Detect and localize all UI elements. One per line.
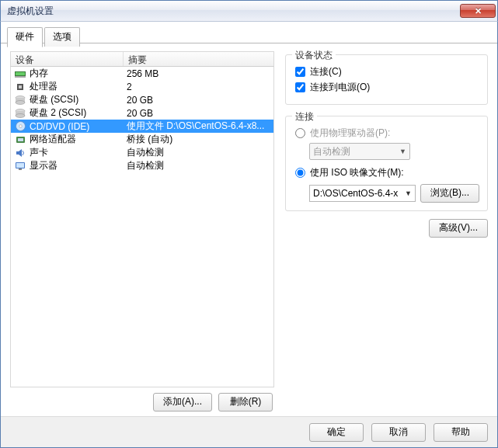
svg-point-12 bbox=[19, 125, 22, 128]
svg-rect-16 bbox=[16, 163, 24, 168]
group-title-status: 设备状态 bbox=[292, 49, 336, 62]
advanced-button[interactable]: 高级(V)... bbox=[429, 219, 488, 238]
help-button[interactable]: 帮助 bbox=[434, 423, 488, 442]
advanced-row: 高级(V)... bbox=[285, 219, 488, 238]
device-name: 声卡 bbox=[30, 146, 124, 159]
browse-button[interactable]: 浏览(B)... bbox=[420, 184, 479, 203]
display-icon bbox=[14, 161, 26, 172]
checkbox-connected-input[interactable] bbox=[295, 67, 305, 77]
tab-hardware[interactable]: 硬件 bbox=[7, 27, 43, 47]
device-name: 网络适配器 bbox=[30, 133, 124, 146]
device-row[interactable]: 硬盘 (SCSI)20 GB bbox=[11, 93, 273, 106]
group-connection: 连接 使用物理驱动器(P): 自动检测 ▼ 使用 ISO 映像文件(M): bbox=[285, 116, 488, 211]
device-name: 硬盘 (SCSI) bbox=[30, 93, 124, 106]
radio-use-physical[interactable]: 使用物理驱动器(P): bbox=[295, 127, 479, 140]
disk-icon bbox=[14, 95, 26, 106]
titlebar: 虚拟机设置 ✕ bbox=[0, 0, 498, 22]
ok-button[interactable]: 确定 bbox=[309, 423, 364, 442]
device-summary: 20 GB bbox=[124, 108, 270, 119]
settings-panel: 设备状态 连接(C) 连接到电源(O) 连接 使用物理驱动器(P): bbox=[285, 51, 488, 412]
column-device[interactable]: 设备 bbox=[11, 52, 124, 66]
combo-physical-drive: 自动检测 ▼ bbox=[309, 143, 410, 160]
device-buttons: 添加(A)... 删除(R) bbox=[10, 387, 274, 412]
dialog-body: 硬件 选项 设备 摘要 内存256 MB处理器2硬盘 (SCSI)20 GB硬盘… bbox=[0, 22, 498, 448]
memory-icon bbox=[14, 68, 26, 79]
device-summary: 256 MB bbox=[124, 68, 270, 79]
chevron-down-icon[interactable]: ▼ bbox=[405, 189, 412, 197]
svg-rect-1 bbox=[16, 72, 25, 75]
radio-use-iso[interactable]: 使用 ISO 映像文件(M): bbox=[295, 166, 479, 179]
tab-options[interactable]: 选项 bbox=[44, 27, 80, 47]
checkbox-connected[interactable]: 连接(C) bbox=[295, 65, 479, 78]
cpu-icon bbox=[14, 82, 26, 92]
device-row[interactable]: 声卡自动检测 bbox=[11, 146, 273, 159]
column-summary[interactable]: 摘要 bbox=[124, 52, 273, 66]
device-name: CD/DVD (IDE) bbox=[30, 121, 124, 132]
svg-point-10 bbox=[16, 113, 25, 117]
device-panel: 设备 摘要 内存256 MB处理器2硬盘 (SCSI)20 GB硬盘 2 (SC… bbox=[10, 51, 274, 412]
device-row[interactable]: 处理器2 bbox=[11, 80, 273, 93]
device-row[interactable]: CD/DVD (IDE)使用文件 D:\OS\CentOS-6.4-x8... bbox=[11, 120, 273, 133]
list-header: 设备 摘要 bbox=[10, 51, 274, 67]
svg-rect-17 bbox=[19, 168, 22, 170]
iso-path-field[interactable]: D:\OS\CentOS-6.4-x ▼ bbox=[309, 185, 416, 202]
iso-row: D:\OS\CentOS-6.4-x ▼ 浏览(B)... bbox=[309, 184, 479, 203]
group-title-connection: 连接 bbox=[292, 110, 317, 123]
cancel-button[interactable]: 取消 bbox=[371, 423, 426, 442]
radio-use-iso-input[interactable] bbox=[295, 168, 305, 178]
device-row[interactable]: 内存256 MB bbox=[11, 67, 273, 80]
radio-use-physical-input[interactable] bbox=[295, 128, 305, 138]
device-list[interactable]: 内存256 MB处理器2硬盘 (SCSI)20 GB硬盘 2 (SCSI)20 … bbox=[10, 67, 274, 387]
content-area: 设备 摘要 内存256 MB处理器2硬盘 (SCSI)20 GB硬盘 2 (SC… bbox=[1, 43, 497, 416]
bottom-bar: 确定 取消 帮助 bbox=[1, 416, 497, 447]
device-summary: 桥接 (自动) bbox=[124, 133, 270, 146]
window-title: 虚拟机设置 bbox=[7, 5, 460, 18]
remove-button[interactable]: 删除(R) bbox=[218, 393, 273, 412]
device-summary: 使用文件 D:\OS\CentOS-6.4-x8... bbox=[124, 120, 270, 133]
device-name: 内存 bbox=[30, 67, 124, 80]
add-button[interactable]: 添加(A)... bbox=[153, 393, 212, 412]
device-name: 显示器 bbox=[30, 159, 124, 172]
device-name: 硬盘 2 (SCSI) bbox=[30, 106, 124, 120]
device-name: 处理器 bbox=[30, 80, 124, 93]
disk-icon bbox=[14, 108, 26, 119]
device-summary: 自动检测 bbox=[124, 146, 270, 159]
checkbox-connect-at-power-input[interactable] bbox=[295, 82, 305, 92]
checkbox-connect-at-power[interactable]: 连接到电源(O) bbox=[295, 81, 479, 94]
chevron-down-icon: ▼ bbox=[399, 148, 406, 155]
close-button[interactable]: ✕ bbox=[460, 4, 496, 18]
net-icon bbox=[14, 134, 26, 145]
svg-rect-4 bbox=[19, 85, 22, 89]
svg-point-7 bbox=[16, 100, 25, 104]
device-row[interactable]: 显示器自动检测 bbox=[11, 159, 273, 172]
group-device-status: 设备状态 连接(C) 连接到电源(O) bbox=[285, 54, 488, 105]
svg-rect-2 bbox=[15, 76, 26, 78]
tab-row: 硬件 选项 bbox=[1, 22, 497, 43]
device-summary: 20 GB bbox=[124, 95, 270, 106]
cd-icon bbox=[14, 121, 26, 132]
device-row[interactable]: 网络适配器桥接 (自动) bbox=[11, 133, 273, 146]
svg-rect-14 bbox=[18, 138, 23, 141]
device-summary: 2 bbox=[124, 82, 270, 92]
sound-icon bbox=[14, 148, 26, 158]
device-row[interactable]: 硬盘 2 (SCSI)20 GB bbox=[11, 106, 273, 120]
device-summary: 自动检测 bbox=[124, 159, 270, 172]
